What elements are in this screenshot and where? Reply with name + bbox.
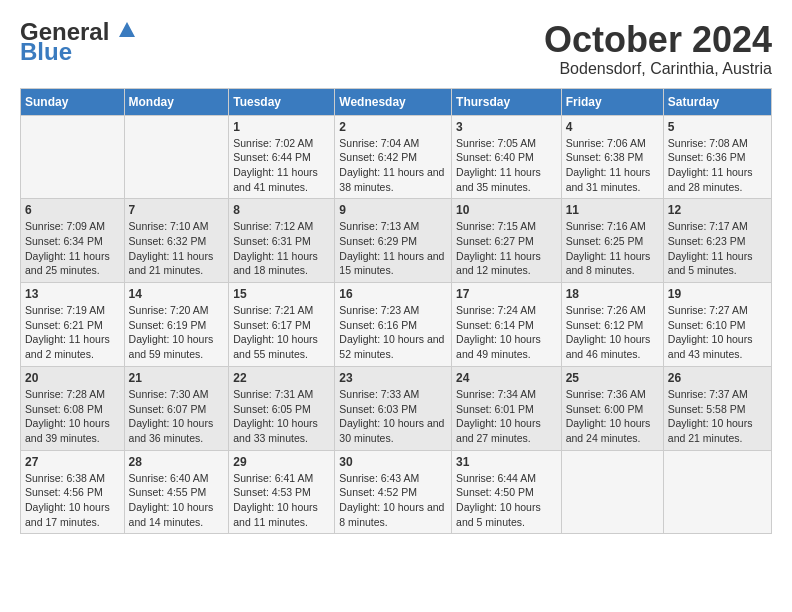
day-number: 17 xyxy=(456,287,557,301)
calendar-cell: 6Sunrise: 7:09 AM Sunset: 6:34 PM Daylig… xyxy=(21,199,125,283)
calendar-cell: 4Sunrise: 7:06 AM Sunset: 6:38 PM Daylig… xyxy=(561,115,663,199)
calendar-cell: 19Sunrise: 7:27 AM Sunset: 6:10 PM Dayli… xyxy=(663,283,771,367)
calendar-cell xyxy=(561,450,663,534)
calendar-cell: 7Sunrise: 7:10 AM Sunset: 6:32 PM Daylig… xyxy=(124,199,229,283)
day-number: 13 xyxy=(25,287,120,301)
day-info: Sunrise: 7:23 AM Sunset: 6:16 PM Dayligh… xyxy=(339,303,447,362)
day-info: Sunrise: 7:09 AM Sunset: 6:34 PM Dayligh… xyxy=(25,219,120,278)
day-info: Sunrise: 7:21 AM Sunset: 6:17 PM Dayligh… xyxy=(233,303,330,362)
day-info: Sunrise: 7:10 AM Sunset: 6:32 PM Dayligh… xyxy=(129,219,225,278)
day-number: 24 xyxy=(456,371,557,385)
day-number: 21 xyxy=(129,371,225,385)
day-info: Sunrise: 7:08 AM Sunset: 6:36 PM Dayligh… xyxy=(668,136,767,195)
calendar-cell: 24Sunrise: 7:34 AM Sunset: 6:01 PM Dayli… xyxy=(452,366,562,450)
day-info: Sunrise: 6:44 AM Sunset: 4:50 PM Dayligh… xyxy=(456,471,557,530)
day-number: 8 xyxy=(233,203,330,217)
page-title: October 2024 xyxy=(544,20,772,60)
calendar-cell: 16Sunrise: 7:23 AM Sunset: 6:16 PM Dayli… xyxy=(335,283,452,367)
day-info: Sunrise: 7:15 AM Sunset: 6:27 PM Dayligh… xyxy=(456,219,557,278)
calendar-cell: 18Sunrise: 7:26 AM Sunset: 6:12 PM Dayli… xyxy=(561,283,663,367)
day-number: 5 xyxy=(668,120,767,134)
day-number: 9 xyxy=(339,203,447,217)
day-info: Sunrise: 7:30 AM Sunset: 6:07 PM Dayligh… xyxy=(129,387,225,446)
day-info: Sunrise: 7:13 AM Sunset: 6:29 PM Dayligh… xyxy=(339,219,447,278)
day-number: 3 xyxy=(456,120,557,134)
day-info: Sunrise: 7:05 AM Sunset: 6:40 PM Dayligh… xyxy=(456,136,557,195)
day-info: Sunrise: 7:27 AM Sunset: 6:10 PM Dayligh… xyxy=(668,303,767,362)
calendar-table: SundayMondayTuesdayWednesdayThursdayFrid… xyxy=(20,88,772,535)
day-info: Sunrise: 6:43 AM Sunset: 4:52 PM Dayligh… xyxy=(339,471,447,530)
day-number: 14 xyxy=(129,287,225,301)
day-number: 22 xyxy=(233,371,330,385)
calendar-cell: 12Sunrise: 7:17 AM Sunset: 6:23 PM Dayli… xyxy=(663,199,771,283)
day-info: Sunrise: 7:34 AM Sunset: 6:01 PM Dayligh… xyxy=(456,387,557,446)
calendar-cell xyxy=(124,115,229,199)
day-number: 28 xyxy=(129,455,225,469)
day-info: Sunrise: 7:04 AM Sunset: 6:42 PM Dayligh… xyxy=(339,136,447,195)
weekday-header-friday: Friday xyxy=(561,88,663,115)
logo: General Blue xyxy=(20,20,141,64)
calendar-cell: 5Sunrise: 7:08 AM Sunset: 6:36 PM Daylig… xyxy=(663,115,771,199)
day-number: 15 xyxy=(233,287,330,301)
day-number: 29 xyxy=(233,455,330,469)
calendar-cell xyxy=(21,115,125,199)
calendar-cell: 25Sunrise: 7:36 AM Sunset: 6:00 PM Dayli… xyxy=(561,366,663,450)
day-info: Sunrise: 7:19 AM Sunset: 6:21 PM Dayligh… xyxy=(25,303,120,362)
calendar-cell: 9Sunrise: 7:13 AM Sunset: 6:29 PM Daylig… xyxy=(335,199,452,283)
weekday-header-sunday: Sunday xyxy=(21,88,125,115)
logo-blue: Blue xyxy=(20,40,72,64)
day-info: Sunrise: 6:38 AM Sunset: 4:56 PM Dayligh… xyxy=(25,471,120,530)
day-number: 11 xyxy=(566,203,659,217)
calendar-cell: 11Sunrise: 7:16 AM Sunset: 6:25 PM Dayli… xyxy=(561,199,663,283)
weekday-header-thursday: Thursday xyxy=(452,88,562,115)
day-number: 18 xyxy=(566,287,659,301)
day-number: 27 xyxy=(25,455,120,469)
week-row-2: 6Sunrise: 7:09 AM Sunset: 6:34 PM Daylig… xyxy=(21,199,772,283)
day-number: 7 xyxy=(129,203,225,217)
calendar-cell: 10Sunrise: 7:15 AM Sunset: 6:27 PM Dayli… xyxy=(452,199,562,283)
day-number: 12 xyxy=(668,203,767,217)
calendar-cell: 21Sunrise: 7:30 AM Sunset: 6:07 PM Dayli… xyxy=(124,366,229,450)
calendar-cell: 3Sunrise: 7:05 AM Sunset: 6:40 PM Daylig… xyxy=(452,115,562,199)
page-header: General Blue October 2024 Bodensdorf, Ca… xyxy=(20,20,772,78)
calendar-cell: 27Sunrise: 6:38 AM Sunset: 4:56 PM Dayli… xyxy=(21,450,125,534)
calendar-cell xyxy=(663,450,771,534)
weekday-header-monday: Monday xyxy=(124,88,229,115)
calendar-cell: 13Sunrise: 7:19 AM Sunset: 6:21 PM Dayli… xyxy=(21,283,125,367)
day-number: 1 xyxy=(233,120,330,134)
week-row-1: 1Sunrise: 7:02 AM Sunset: 6:44 PM Daylig… xyxy=(21,115,772,199)
day-number: 4 xyxy=(566,120,659,134)
day-number: 30 xyxy=(339,455,447,469)
day-info: Sunrise: 7:17 AM Sunset: 6:23 PM Dayligh… xyxy=(668,219,767,278)
calendar-cell: 23Sunrise: 7:33 AM Sunset: 6:03 PM Dayli… xyxy=(335,366,452,450)
day-info: Sunrise: 7:20 AM Sunset: 6:19 PM Dayligh… xyxy=(129,303,225,362)
day-info: Sunrise: 7:24 AM Sunset: 6:14 PM Dayligh… xyxy=(456,303,557,362)
day-number: 2 xyxy=(339,120,447,134)
day-number: 20 xyxy=(25,371,120,385)
day-number: 26 xyxy=(668,371,767,385)
calendar-cell: 17Sunrise: 7:24 AM Sunset: 6:14 PM Dayli… xyxy=(452,283,562,367)
day-info: Sunrise: 6:41 AM Sunset: 4:53 PM Dayligh… xyxy=(233,471,330,530)
calendar-cell: 29Sunrise: 6:41 AM Sunset: 4:53 PM Dayli… xyxy=(229,450,335,534)
title-block: October 2024 Bodensdorf, Carinthia, Aust… xyxy=(544,20,772,78)
calendar-cell: 2Sunrise: 7:04 AM Sunset: 6:42 PM Daylig… xyxy=(335,115,452,199)
day-number: 6 xyxy=(25,203,120,217)
day-number: 23 xyxy=(339,371,447,385)
day-number: 31 xyxy=(456,455,557,469)
week-row-3: 13Sunrise: 7:19 AM Sunset: 6:21 PM Dayli… xyxy=(21,283,772,367)
calendar-cell: 22Sunrise: 7:31 AM Sunset: 6:05 PM Dayli… xyxy=(229,366,335,450)
day-info: Sunrise: 7:33 AM Sunset: 6:03 PM Dayligh… xyxy=(339,387,447,446)
calendar-cell: 20Sunrise: 7:28 AM Sunset: 6:08 PM Dayli… xyxy=(21,366,125,450)
calendar-cell: 15Sunrise: 7:21 AM Sunset: 6:17 PM Dayli… xyxy=(229,283,335,367)
day-info: Sunrise: 7:02 AM Sunset: 6:44 PM Dayligh… xyxy=(233,136,330,195)
day-info: Sunrise: 7:36 AM Sunset: 6:00 PM Dayligh… xyxy=(566,387,659,446)
calendar-cell: 28Sunrise: 6:40 AM Sunset: 4:55 PM Dayli… xyxy=(124,450,229,534)
weekday-header-row: SundayMondayTuesdayWednesdayThursdayFrid… xyxy=(21,88,772,115)
calendar-cell: 14Sunrise: 7:20 AM Sunset: 6:19 PM Dayli… xyxy=(124,283,229,367)
day-info: Sunrise: 7:28 AM Sunset: 6:08 PM Dayligh… xyxy=(25,387,120,446)
day-number: 25 xyxy=(566,371,659,385)
calendar-cell: 31Sunrise: 6:44 AM Sunset: 4:50 PM Dayli… xyxy=(452,450,562,534)
day-info: Sunrise: 7:16 AM Sunset: 6:25 PM Dayligh… xyxy=(566,219,659,278)
weekday-header-tuesday: Tuesday xyxy=(229,88,335,115)
day-info: Sunrise: 7:26 AM Sunset: 6:12 PM Dayligh… xyxy=(566,303,659,362)
